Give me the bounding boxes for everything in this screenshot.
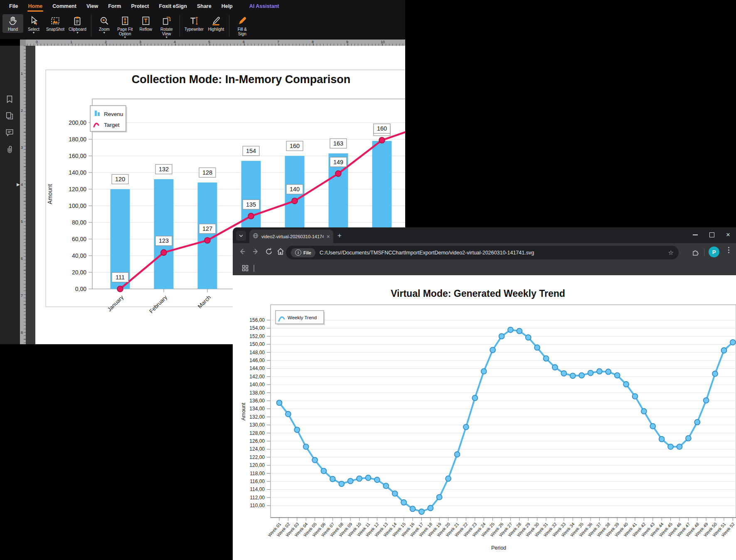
toolbar-page-fit-option-button[interactable]: Page Fit Option▼ bbox=[115, 14, 135, 40]
line-point[interactable] bbox=[321, 468, 327, 474]
line-point[interactable] bbox=[463, 424, 469, 430]
line-point[interactable] bbox=[677, 444, 682, 449]
line-point[interactable] bbox=[161, 249, 167, 255]
line-point[interactable] bbox=[588, 370, 593, 376]
line-point[interactable] bbox=[348, 479, 353, 484]
toolbar-highlight-button[interactable]: Highlight bbox=[206, 14, 226, 33]
menu-comment[interactable]: Comment bbox=[47, 0, 81, 12]
bar[interactable] bbox=[154, 179, 174, 289]
sidebar-expander-icon[interactable]: ▶ bbox=[17, 182, 20, 187]
close-button[interactable]: × bbox=[726, 232, 730, 238]
url-text[interactable]: C:/Users//Documents/TMSFNCChartImportExp… bbox=[320, 250, 665, 256]
line-point[interactable] bbox=[366, 475, 371, 481]
comment-icon[interactable] bbox=[5, 128, 14, 137]
line-point[interactable] bbox=[633, 394, 638, 399]
line-point[interactable] bbox=[481, 369, 487, 374]
menu-home[interactable]: Home bbox=[23, 0, 48, 12]
line-point[interactable] bbox=[335, 171, 341, 177]
line-point[interactable] bbox=[401, 500, 406, 505]
line-point[interactable] bbox=[694, 419, 700, 425]
minimize-button[interactable] bbox=[693, 234, 698, 235]
line-point[interactable] bbox=[615, 373, 620, 378]
toolbar-rotate-view-button[interactable]: Rotate View▼ bbox=[156, 14, 177, 40]
new-tab-button[interactable]: + bbox=[337, 232, 342, 240]
toolbar-fill-sign-button[interactable]: Fill & Sign bbox=[232, 14, 253, 37]
line-point[interactable] bbox=[339, 481, 344, 486]
menu-share[interactable]: Share bbox=[192, 0, 217, 12]
forward-icon[interactable] bbox=[251, 247, 260, 256]
line-point[interactable] bbox=[383, 483, 389, 488]
toolbar-reflow-button[interactable]: Reflow bbox=[135, 14, 156, 33]
line-point[interactable] bbox=[292, 198, 298, 204]
file-scheme-chip[interactable]: i File bbox=[291, 248, 315, 257]
line-point[interactable] bbox=[312, 457, 318, 463]
home-icon[interactable] bbox=[276, 247, 285, 256]
toolbar-snapshot-button[interactable]: SnapShot bbox=[44, 14, 66, 33]
line-point[interactable] bbox=[606, 369, 611, 375]
line-point[interactable] bbox=[499, 333, 505, 339]
line-point[interactable] bbox=[686, 436, 691, 441]
line-point[interactable] bbox=[668, 444, 673, 449]
line-point[interactable] bbox=[446, 476, 451, 481]
bookmark-star-icon[interactable]: ☆ bbox=[668, 249, 674, 257]
line-point[interactable] bbox=[570, 373, 576, 378]
tab-close-icon[interactable]: × bbox=[327, 234, 330, 239]
toolbar-select-button[interactable]: Select▼ bbox=[23, 14, 44, 35]
browser-tab[interactable]: video2-virtual-20260310-14174 × bbox=[249, 229, 333, 243]
toolbar-hand-button[interactable]: Hand bbox=[2, 14, 23, 33]
line-point[interactable] bbox=[641, 409, 647, 414]
toolbar-typewriter-button[interactable]: Typewriter bbox=[182, 14, 206, 33]
line-point[interactable] bbox=[544, 356, 549, 361]
line-point[interactable] bbox=[392, 491, 398, 496]
line-point[interactable] bbox=[721, 348, 727, 353]
line-point[interactable] bbox=[659, 437, 665, 442]
line-point[interactable] bbox=[650, 424, 655, 429]
line-point[interactable] bbox=[561, 371, 566, 376]
line-point[interactable] bbox=[597, 369, 602, 374]
reload-icon[interactable] bbox=[264, 247, 273, 256]
line-point[interactable] bbox=[410, 506, 416, 511]
line-point[interactable] bbox=[379, 137, 385, 143]
line-point[interactable] bbox=[534, 345, 540, 350]
line-point[interactable] bbox=[428, 506, 433, 511]
menu-view[interactable]: View bbox=[81, 0, 103, 12]
profile-avatar[interactable]: P bbox=[709, 247, 719, 257]
line-point[interactable] bbox=[204, 237, 210, 243]
address-bar[interactable]: i File C:/Users//Documents/TMSFNCChartIm… bbox=[286, 246, 679, 259]
line-point[interactable] bbox=[437, 494, 442, 500]
toolbar-zoom-button[interactable]: Zoom▼ bbox=[94, 14, 115, 35]
line-point[interactable] bbox=[730, 340, 736, 345]
tab-search-chevron-icon[interactable] bbox=[236, 231, 246, 241]
line-point[interactable] bbox=[712, 371, 718, 377]
line-point[interactable] bbox=[579, 373, 584, 378]
menu-help[interactable]: Help bbox=[217, 0, 238, 12]
bookmark-icon[interactable] bbox=[5, 95, 14, 104]
line-point[interactable] bbox=[357, 476, 362, 481]
menu-dots-icon[interactable] bbox=[728, 247, 729, 253]
menu-foxit-esign[interactable]: Foxit eSign bbox=[154, 0, 192, 12]
pages-icon[interactable] bbox=[5, 111, 14, 121]
back-icon[interactable] bbox=[238, 247, 247, 256]
line-point[interactable] bbox=[330, 476, 335, 482]
line-point[interactable] bbox=[623, 382, 629, 387]
line-point[interactable] bbox=[303, 444, 309, 449]
line-point[interactable] bbox=[248, 213, 254, 219]
paperclip-icon[interactable] bbox=[5, 145, 14, 154]
line-point[interactable] bbox=[472, 395, 478, 401]
line-point[interactable] bbox=[117, 286, 123, 292]
toolbar-clipboard-button[interactable]: Clipboard▼ bbox=[66, 14, 89, 35]
line-point[interactable] bbox=[704, 398, 709, 403]
menu-file[interactable]: File bbox=[4, 0, 23, 12]
line-point[interactable] bbox=[455, 452, 460, 457]
line-point[interactable] bbox=[419, 509, 424, 514]
menu-ai-assistant[interactable]: AI Assistant bbox=[244, 0, 284, 12]
menu-form[interactable]: Form bbox=[103, 0, 126, 12]
line-point[interactable] bbox=[294, 427, 300, 432]
line-point[interactable] bbox=[526, 335, 531, 340]
line-point[interactable] bbox=[374, 477, 380, 483]
line-point[interactable] bbox=[508, 327, 513, 333]
apps-grid-icon[interactable] bbox=[242, 265, 249, 271]
line-point[interactable] bbox=[552, 365, 558, 370]
menu-protect[interactable]: Protect bbox=[126, 0, 154, 12]
extensions-icon[interactable] bbox=[692, 249, 699, 256]
